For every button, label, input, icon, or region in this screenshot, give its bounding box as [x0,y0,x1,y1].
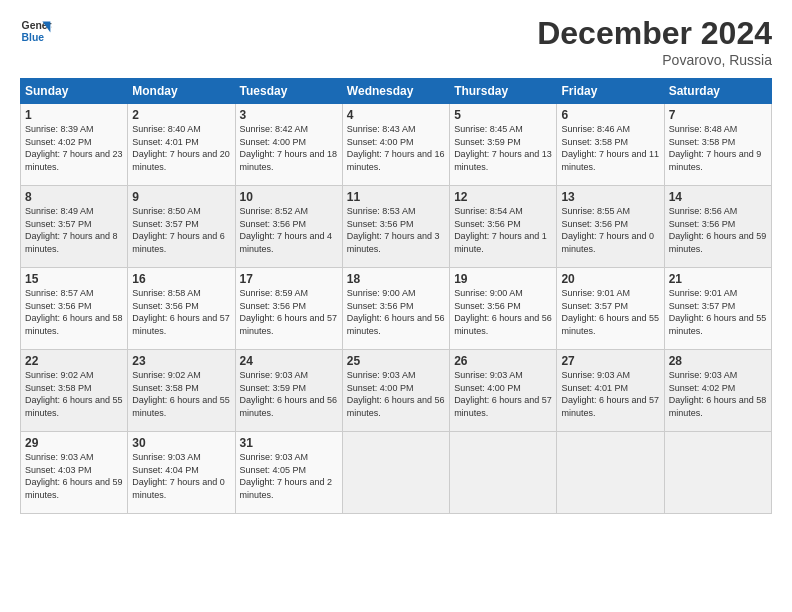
header-friday: Friday [557,79,664,104]
table-row: 29Sunrise: 9:03 AM Sunset: 4:03 PM Dayli… [21,432,128,514]
table-row: 23Sunrise: 9:02 AM Sunset: 3:58 PM Dayli… [128,350,235,432]
table-row: 22Sunrise: 9:02 AM Sunset: 3:58 PM Dayli… [21,350,128,432]
table-row: 7Sunrise: 8:48 AM Sunset: 3:58 PM Daylig… [664,104,771,186]
calendar-table: Sunday Monday Tuesday Wednesday Thursday… [20,78,772,514]
header-monday: Monday [128,79,235,104]
table-row: 5Sunrise: 8:45 AM Sunset: 3:59 PM Daylig… [450,104,557,186]
header-saturday: Saturday [664,79,771,104]
table-row: 8Sunrise: 8:49 AM Sunset: 3:57 PM Daylig… [21,186,128,268]
table-row [557,432,664,514]
table-row [664,432,771,514]
header-wednesday: Wednesday [342,79,449,104]
table-row: 31Sunrise: 9:03 AM Sunset: 4:05 PM Dayli… [235,432,342,514]
table-row: 20Sunrise: 9:01 AM Sunset: 3:57 PM Dayli… [557,268,664,350]
table-row: 3Sunrise: 8:42 AM Sunset: 4:00 PM Daylig… [235,104,342,186]
table-row: 27Sunrise: 9:03 AM Sunset: 4:01 PM Dayli… [557,350,664,432]
title-block: December 2024 Povarovo, Russia [537,15,772,68]
table-row: 10Sunrise: 8:52 AM Sunset: 3:56 PM Dayli… [235,186,342,268]
table-row: 21Sunrise: 9:01 AM Sunset: 3:57 PM Dayli… [664,268,771,350]
svg-text:Blue: Blue [22,32,45,43]
table-row: 9Sunrise: 8:50 AM Sunset: 3:57 PM Daylig… [128,186,235,268]
table-row: 4Sunrise: 8:43 AM Sunset: 4:00 PM Daylig… [342,104,449,186]
table-row: 28Sunrise: 9:03 AM Sunset: 4:02 PM Dayli… [664,350,771,432]
table-row: 19Sunrise: 9:00 AM Sunset: 3:56 PM Dayli… [450,268,557,350]
table-row: 12Sunrise: 8:54 AM Sunset: 3:56 PM Dayli… [450,186,557,268]
table-row [450,432,557,514]
header-thursday: Thursday [450,79,557,104]
logo: General Blue [20,15,56,47]
header-sunday: Sunday [21,79,128,104]
table-row: 15Sunrise: 8:57 AM Sunset: 3:56 PM Dayli… [21,268,128,350]
page-header: General Blue December 2024 Povarovo, Rus… [20,15,772,68]
calendar-header-row: Sunday Monday Tuesday Wednesday Thursday… [21,79,772,104]
table-row: 11Sunrise: 8:53 AM Sunset: 3:56 PM Dayli… [342,186,449,268]
table-row: 1Sunrise: 8:39 AM Sunset: 4:02 PM Daylig… [21,104,128,186]
table-row: 24Sunrise: 9:03 AM Sunset: 3:59 PM Dayli… [235,350,342,432]
header-tuesday: Tuesday [235,79,342,104]
table-row: 18Sunrise: 9:00 AM Sunset: 3:56 PM Dayli… [342,268,449,350]
table-row: 6Sunrise: 8:46 AM Sunset: 3:58 PM Daylig… [557,104,664,186]
location: Povarovo, Russia [537,52,772,68]
table-row: 30Sunrise: 9:03 AM Sunset: 4:04 PM Dayli… [128,432,235,514]
table-row: 17Sunrise: 8:59 AM Sunset: 3:56 PM Dayli… [235,268,342,350]
logo-icon: General Blue [20,15,52,47]
table-row: 25Sunrise: 9:03 AM Sunset: 4:00 PM Dayli… [342,350,449,432]
table-row: 2Sunrise: 8:40 AM Sunset: 4:01 PM Daylig… [128,104,235,186]
table-row: 16Sunrise: 8:58 AM Sunset: 3:56 PM Dayli… [128,268,235,350]
table-row: 26Sunrise: 9:03 AM Sunset: 4:00 PM Dayli… [450,350,557,432]
table-row: 14Sunrise: 8:56 AM Sunset: 3:56 PM Dayli… [664,186,771,268]
month-title: December 2024 [537,15,772,52]
table-row: 13Sunrise: 8:55 AM Sunset: 3:56 PM Dayli… [557,186,664,268]
table-row [342,432,449,514]
